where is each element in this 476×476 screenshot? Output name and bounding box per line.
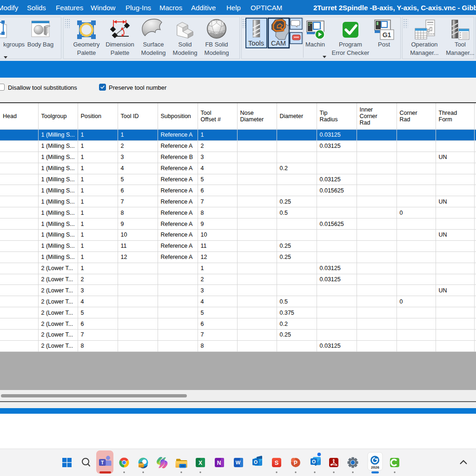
svg-text:N: N bbox=[217, 460, 221, 466]
svg-text:P: P bbox=[294, 460, 298, 466]
svg-text:O: O bbox=[254, 459, 258, 465]
svg-text:T: T bbox=[101, 460, 104, 465]
svg-text:W: W bbox=[236, 460, 241, 465]
svg-text:O: O bbox=[312, 459, 316, 464]
svg-text:S: S bbox=[275, 459, 279, 466]
svg-text:2026: 2026 bbox=[371, 465, 379, 469]
svg-text:CAM: CAM bbox=[271, 40, 286, 47]
svg-text:X: X bbox=[198, 460, 202, 466]
svg-text:Tools: Tools bbox=[248, 40, 264, 47]
svg-text:G1: G1 bbox=[383, 31, 391, 39]
